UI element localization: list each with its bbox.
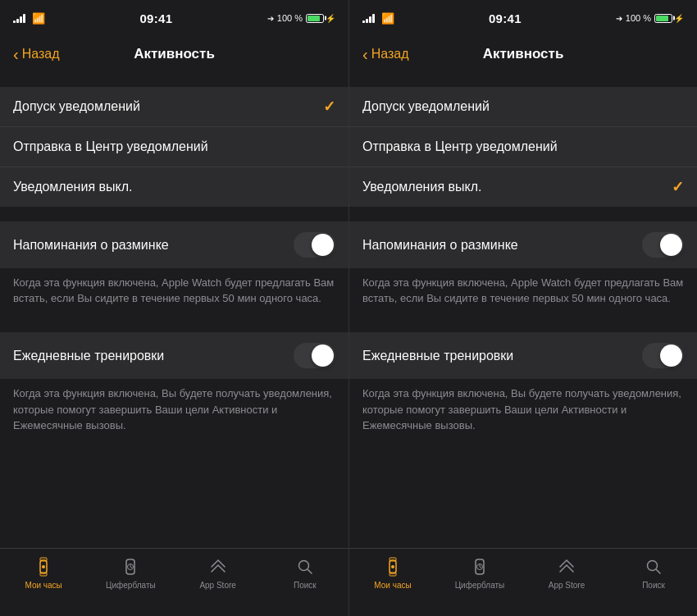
page-title-right: Активность bbox=[483, 46, 564, 62]
tab-watch-faces-right[interactable]: Циферблаты bbox=[436, 555, 523, 590]
battery-left: ⚡ bbox=[306, 14, 335, 23]
row-allow-notifications-left[interactable]: Допуск уведомлений ✓ bbox=[0, 87, 348, 127]
content-right: Допуск уведомлений ✓ Отправка в Центр ув… bbox=[349, 72, 697, 548]
tab-my-watch-right[interactable]: Мои часы bbox=[349, 555, 436, 590]
svg-line-17 bbox=[480, 567, 481, 568]
tab-watch-faces-label-left: Циферблаты bbox=[106, 581, 156, 590]
back-button-left[interactable]: ‹ Назад bbox=[13, 45, 60, 64]
reminders-group-right: Напоминания о разминке bbox=[349, 221, 697, 268]
reminders-toggle-knob-left bbox=[312, 234, 334, 256]
status-left: 📶 bbox=[13, 12, 45, 25]
row-allow-notifications-right[interactable]: Допуск уведомлений ✓ bbox=[349, 87, 697, 127]
search-icon-left bbox=[294, 555, 317, 578]
left-screen: 📶 09:41 ➔ 100 % ⚡ ‹ Назад Активность Доп… bbox=[0, 0, 348, 616]
back-button-right[interactable]: ‹ Назад bbox=[362, 45, 409, 64]
top-spacer-left bbox=[0, 72, 348, 87]
workouts-toggle-right[interactable] bbox=[642, 343, 684, 368]
tab-bar-right: Мои часы Циферблаты App Stor bbox=[349, 548, 697, 616]
row-workouts-left[interactable]: Ежедневные тренировки bbox=[0, 332, 348, 379]
back-label-left: Назад bbox=[22, 47, 60, 62]
tab-search-right[interactable]: Поиск bbox=[610, 555, 697, 590]
reminders-desc-row-left: Когда эта функция включена, Apple Watch … bbox=[0, 268, 348, 317]
status-left-right: 📶 bbox=[362, 12, 394, 25]
status-bar-left: 📶 09:41 ➔ 100 % ⚡ bbox=[0, 0, 348, 36]
allow-notifications-check-left: ✓ bbox=[323, 98, 335, 116]
watch-faces-icon-right bbox=[468, 555, 491, 578]
reminders-toggle-left[interactable] bbox=[294, 232, 335, 258]
back-arrow-left: ‹ bbox=[13, 45, 19, 64]
row-reminders-right[interactable]: Напоминания о разминке bbox=[349, 221, 697, 268]
row-notification-center-left[interactable]: Отправка в Центр уведомлений ✓ bbox=[0, 127, 348, 167]
app-store-icon-right bbox=[555, 555, 578, 578]
notifications-off-label-left: Уведомления выкл. bbox=[13, 180, 132, 194]
reminders-label-right: Напоминания о разминке bbox=[362, 238, 518, 253]
workouts-description-right: Когда эта функция включена, Вы будете по… bbox=[362, 387, 681, 431]
svg-line-7 bbox=[130, 567, 132, 568]
tab-watch-faces-left[interactable]: Циферблаты bbox=[87, 555, 174, 590]
notification-center-label-right: Отправка в Центр уведомлений bbox=[362, 139, 558, 154]
location-icon: ➔ bbox=[267, 14, 274, 23]
row-notification-center-right[interactable]: Отправка в Центр уведомлений ✓ bbox=[349, 127, 697, 167]
workouts-group-right: Ежедневные тренировки bbox=[349, 332, 697, 379]
my-watch-icon-right bbox=[381, 555, 404, 578]
workouts-toggle-knob-left bbox=[312, 345, 334, 367]
svg-line-19 bbox=[657, 570, 661, 574]
workouts-section-left: Ежедневные тренировки Когда эта функция … bbox=[0, 332, 348, 445]
svg-point-18 bbox=[648, 561, 658, 571]
tab-search-left[interactable]: Поиск bbox=[262, 555, 348, 590]
status-time-right: 09:41 bbox=[489, 11, 522, 25]
workouts-label-left: Ежедневные тренировки bbox=[13, 349, 164, 363]
notifications-group-right: Допуск уведомлений ✓ Отправка в Центр ув… bbox=[349, 87, 697, 207]
row-notifications-off-left[interactable]: Уведомления выкл. ✓ bbox=[0, 167, 348, 207]
my-watch-icon-left bbox=[32, 555, 55, 578]
reminders-toggle-knob-right bbox=[660, 234, 682, 256]
tab-my-watch-left[interactable]: Мои часы bbox=[0, 555, 87, 590]
row-reminders-left[interactable]: Напоминания о разминке bbox=[0, 221, 348, 268]
status-time-left: 09:41 bbox=[139, 11, 172, 25]
reminders-toggle-right[interactable] bbox=[642, 232, 684, 258]
signal-icon bbox=[13, 13, 25, 23]
nav-bar-left: ‹ Назад Активность bbox=[0, 36, 348, 72]
tab-search-label-right: Поиск bbox=[642, 581, 665, 590]
tab-app-store-left[interactable]: App Store bbox=[175, 555, 262, 590]
content-left: Допуск уведомлений ✓ Отправка в Центр ув… bbox=[0, 72, 348, 548]
reminders-section-right: Напоминания о разминке Когда эта функция… bbox=[349, 221, 697, 317]
charging-icon-right: ⚡ bbox=[674, 14, 684, 23]
workouts-label-right: Ежедневные тренировки bbox=[362, 349, 513, 363]
tab-app-store-label-right: App Store bbox=[549, 581, 585, 590]
status-right-right: ➔ 100 % ⚡ bbox=[616, 13, 684, 23]
workouts-desc-row-right: Когда эта функция включена, Вы будете по… bbox=[349, 379, 697, 445]
workouts-group-left: Ежедневные тренировки bbox=[0, 332, 348, 379]
tab-my-watch-label-right: Мои часы bbox=[374, 581, 411, 590]
reminders-label-left: Напоминания о разминке bbox=[13, 238, 169, 253]
battery-pct-left: 100 % bbox=[277, 13, 303, 23]
notifications-group-left: Допуск уведомлений ✓ Отправка в Центр ув… bbox=[0, 87, 348, 207]
workouts-desc-row-left: Когда эта функция включена, Вы будете по… bbox=[0, 379, 348, 445]
notifications-off-label-right: Уведомления выкл. bbox=[362, 180, 481, 194]
wifi-icon-right: 📶 bbox=[381, 12, 394, 25]
notification-center-label-left: Отправка в Центр уведомлений bbox=[13, 139, 208, 154]
row-workouts-right[interactable]: Ежедневные тренировки bbox=[349, 332, 697, 379]
notifications-off-check-right: ✓ bbox=[672, 178, 684, 196]
reminders-description-left: Когда эта функция включена, Apple Watch … bbox=[13, 276, 334, 304]
tab-app-store-label-left: App Store bbox=[199, 581, 235, 590]
page-title-left: Активность bbox=[134, 46, 215, 62]
workouts-description-left: Когда эта функция включена, Вы будете по… bbox=[13, 387, 332, 431]
row-notifications-off-right[interactable]: Уведомления выкл. ✓ bbox=[349, 167, 697, 207]
reminders-group-left: Напоминания о разминке bbox=[0, 221, 348, 268]
svg-point-13 bbox=[391, 565, 394, 568]
workouts-toggle-left[interactable] bbox=[294, 343, 335, 368]
svg-point-8 bbox=[298, 561, 308, 571]
charging-icon: ⚡ bbox=[326, 14, 335, 23]
reminders-description-right: Когда эта функция включена, Apple Watch … bbox=[362, 276, 683, 304]
svg-line-9 bbox=[308, 570, 312, 574]
back-arrow-right: ‹ bbox=[362, 45, 368, 64]
tab-app-store-right[interactable]: App Store bbox=[523, 555, 610, 590]
allow-notifications-label-right: Допуск уведомлений bbox=[362, 99, 490, 114]
reminders-section-left: Напоминания о разминке Когда эта функция… bbox=[0, 221, 348, 317]
battery-right: ⚡ bbox=[654, 14, 684, 23]
allow-notifications-label-left: Допуск уведомлений bbox=[13, 99, 140, 114]
workouts-section-right: Ежедневные тренировки Когда эта функция … bbox=[349, 332, 697, 445]
watch-faces-icon-left bbox=[119, 555, 142, 578]
back-label-right: Назад bbox=[371, 47, 409, 62]
